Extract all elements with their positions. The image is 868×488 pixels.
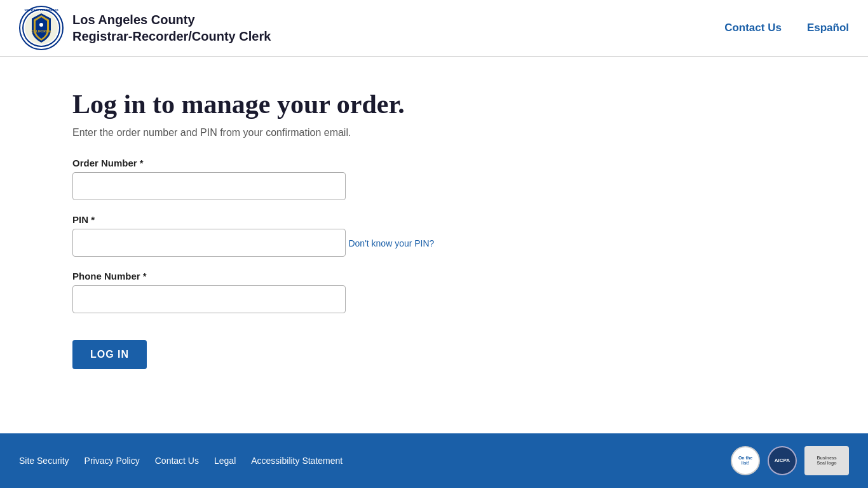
order-number-group: Order Number *: [72, 158, 796, 200]
svg-text:CALIFORNIA: CALIFORNIA: [32, 29, 51, 33]
header-logo-area: CALIFORNIA COUNTY OF LOS ANGELES Los Ang…: [19, 6, 271, 50]
svg-point-4: [39, 23, 43, 27]
footer-inner: Site Security Privacy Policy Contact Us …: [19, 446, 849, 475]
site-header: CALIFORNIA COUNTY OF LOS ANGELES Los Ang…: [0, 0, 868, 57]
phone-label: Phone Number *: [72, 271, 796, 281]
header-nav: Contact Us Español: [724, 22, 849, 34]
page-subtitle: Enter the order number and PIN from your…: [72, 127, 796, 139]
org-name: Los Angeles County Registrar-Recorder/Co…: [72, 11, 271, 44]
on-the-list-badge: On thelist!: [731, 446, 760, 475]
order-number-input[interactable]: [72, 172, 346, 200]
page-title: Log in to manage your order.: [72, 89, 796, 119]
footer-logos: On thelist! AICPA BusinessSeal logo: [731, 446, 849, 475]
phone-group: Phone Number *: [72, 271, 796, 313]
footer-site-security[interactable]: Site Security: [19, 456, 69, 466]
la-county-seal: CALIFORNIA COUNTY OF LOS ANGELES: [19, 6, 64, 50]
footer-contact-us[interactable]: Contact Us: [155, 456, 199, 466]
site-footer: Site Security Privacy Policy Contact Us …: [0, 433, 868, 488]
login-button[interactable]: LOG IN: [72, 340, 147, 369]
phone-input[interactable]: [72, 285, 346, 313]
footer-privacy-policy[interactable]: Privacy Policy: [85, 456, 140, 466]
espanol-link[interactable]: Español: [807, 22, 849, 34]
login-form: Order Number * PIN * Don't know your PIN…: [72, 158, 796, 369]
footer-accessibility[interactable]: Accessibility Statement: [251, 456, 342, 466]
aicpa-badge: AICPA: [768, 446, 797, 475]
order-number-label: Order Number *: [72, 158, 796, 168]
main-content: Log in to manage your order. Enter the o…: [0, 57, 868, 433]
dont-know-pin-link[interactable]: Don't know your PIN?: [348, 238, 434, 248]
pin-label: PIN *: [72, 214, 796, 225]
pin-group: PIN * Don't know your PIN?: [72, 214, 796, 257]
contact-us-link[interactable]: Contact Us: [724, 22, 782, 34]
footer-links: Site Security Privacy Policy Contact Us …: [19, 456, 342, 466]
pin-input[interactable]: [72, 229, 346, 257]
footer-legal[interactable]: Legal: [214, 456, 236, 466]
business-seal-badge: BusinessSeal logo: [804, 446, 849, 475]
svg-text:COUNTY OF LOS ANGELES: COUNTY OF LOS ANGELES: [24, 8, 58, 11]
